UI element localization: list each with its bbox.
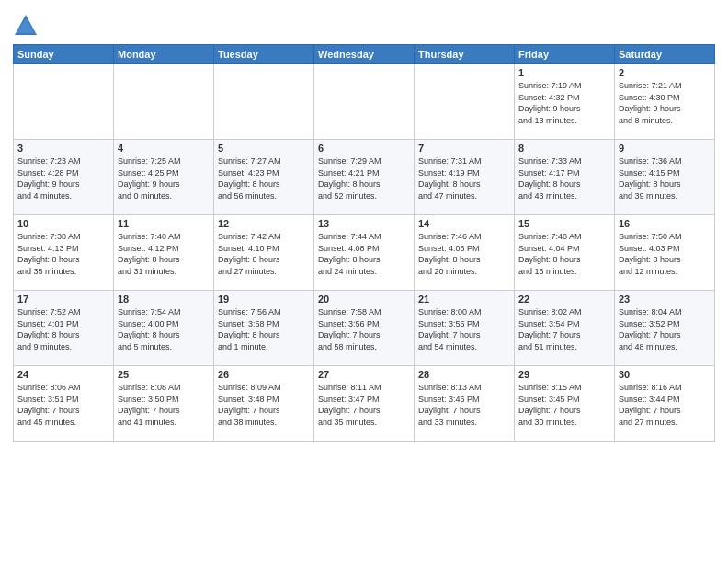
calendar-header-row: SundayMondayTuesdayWednesdayThursdayFrid… bbox=[14, 45, 715, 64]
calendar-cell: 4Sunrise: 7:25 AM Sunset: 4:25 PM Daylig… bbox=[114, 140, 214, 215]
day-info: Sunrise: 7:54 AM Sunset: 4:00 PM Dayligh… bbox=[118, 307, 181, 351]
day-info: Sunrise: 7:21 AM Sunset: 4:30 PM Dayligh… bbox=[619, 81, 682, 125]
calendar-cell: 25Sunrise: 8:08 AM Sunset: 3:50 PM Dayli… bbox=[114, 366, 214, 442]
day-number: 9 bbox=[619, 143, 711, 154]
day-number: 16 bbox=[619, 218, 711, 229]
day-number: 14 bbox=[418, 218, 510, 229]
calendar-cell: 29Sunrise: 8:15 AM Sunset: 3:45 PM Dayli… bbox=[515, 366, 615, 442]
day-info: Sunrise: 7:36 AM Sunset: 4:15 PM Dayligh… bbox=[619, 156, 682, 201]
day-number: 25 bbox=[118, 369, 210, 380]
calendar-cell bbox=[14, 64, 114, 140]
calendar-table: SundayMondayTuesdayWednesdayThursdayFrid… bbox=[13, 44, 715, 442]
day-number: 5 bbox=[218, 143, 310, 154]
page: SundayMondayTuesdayWednesdayThursdayFrid… bbox=[0, 0, 728, 563]
calendar-week-row: 10Sunrise: 7:38 AM Sunset: 4:13 PM Dayli… bbox=[14, 215, 715, 291]
day-number: 10 bbox=[17, 218, 109, 229]
calendar-week-row: 1Sunrise: 7:19 AM Sunset: 4:32 PM Daylig… bbox=[14, 64, 715, 140]
day-info: Sunrise: 7:50 AM Sunset: 4:03 PM Dayligh… bbox=[619, 232, 682, 276]
day-info: Sunrise: 7:33 AM Sunset: 4:17 PM Dayligh… bbox=[518, 156, 582, 201]
calendar-cell: 20Sunrise: 7:58 AM Sunset: 3:56 PM Dayli… bbox=[314, 291, 415, 366]
day-number: 2 bbox=[619, 67, 711, 78]
day-info: Sunrise: 8:16 AM Sunset: 3:44 PM Dayligh… bbox=[619, 383, 682, 427]
calendar-cell: 17Sunrise: 7:52 AM Sunset: 4:01 PM Dayli… bbox=[14, 291, 114, 366]
day-info: Sunrise: 8:09 AM Sunset: 3:48 PM Dayligh… bbox=[218, 383, 281, 427]
calendar-cell: 16Sunrise: 7:50 AM Sunset: 4:03 PM Dayli… bbox=[615, 215, 715, 291]
weekday-header: Saturday bbox=[615, 45, 715, 64]
day-number: 20 bbox=[318, 293, 410, 304]
day-number: 12 bbox=[218, 218, 310, 229]
day-info: Sunrise: 7:52 AM Sunset: 4:01 PM Dayligh… bbox=[17, 307, 81, 351]
logo-icon bbox=[13, 13, 39, 39]
day-number: 11 bbox=[118, 218, 210, 229]
day-info: Sunrise: 7:27 AM Sunset: 4:23 PM Dayligh… bbox=[218, 156, 281, 201]
calendar-week-row: 24Sunrise: 8:06 AM Sunset: 3:51 PM Dayli… bbox=[14, 366, 715, 442]
calendar-cell: 10Sunrise: 7:38 AM Sunset: 4:13 PM Dayli… bbox=[14, 215, 114, 291]
calendar-cell: 28Sunrise: 8:13 AM Sunset: 3:46 PM Dayli… bbox=[415, 366, 515, 442]
day-number: 6 bbox=[318, 143, 410, 154]
calendar-cell: 22Sunrise: 8:02 AM Sunset: 3:54 PM Dayli… bbox=[515, 291, 615, 366]
day-info: Sunrise: 7:48 AM Sunset: 4:04 PM Dayligh… bbox=[518, 232, 582, 276]
calendar-week-row: 3Sunrise: 7:23 AM Sunset: 4:28 PM Daylig… bbox=[14, 140, 715, 215]
day-number: 27 bbox=[318, 369, 410, 380]
calendar-cell: 13Sunrise: 7:44 AM Sunset: 4:08 PM Dayli… bbox=[314, 215, 415, 291]
day-info: Sunrise: 7:46 AM Sunset: 4:06 PM Dayligh… bbox=[418, 232, 482, 276]
calendar-cell: 19Sunrise: 7:56 AM Sunset: 3:58 PM Dayli… bbox=[214, 291, 314, 366]
calendar-cell: 14Sunrise: 7:46 AM Sunset: 4:06 PM Dayli… bbox=[415, 215, 515, 291]
calendar-cell: 30Sunrise: 8:16 AM Sunset: 3:44 PM Dayli… bbox=[615, 366, 715, 442]
day-number: 29 bbox=[518, 369, 610, 380]
calendar-cell: 6Sunrise: 7:29 AM Sunset: 4:21 PM Daylig… bbox=[314, 140, 415, 215]
day-info: Sunrise: 8:00 AM Sunset: 3:55 PM Dayligh… bbox=[418, 307, 482, 351]
header bbox=[13, 9, 715, 39]
calendar-cell: 1Sunrise: 7:19 AM Sunset: 4:32 PM Daylig… bbox=[515, 64, 615, 140]
svg-marker-1 bbox=[17, 18, 35, 33]
calendar-cell bbox=[214, 64, 314, 140]
day-info: Sunrise: 7:29 AM Sunset: 4:21 PM Dayligh… bbox=[318, 156, 381, 201]
day-info: Sunrise: 8:04 AM Sunset: 3:52 PM Dayligh… bbox=[619, 307, 682, 351]
day-number: 7 bbox=[418, 143, 510, 154]
day-info: Sunrise: 7:23 AM Sunset: 4:28 PM Dayligh… bbox=[17, 156, 81, 201]
day-info: Sunrise: 8:15 AM Sunset: 3:45 PM Dayligh… bbox=[518, 383, 582, 427]
day-number: 21 bbox=[418, 293, 510, 304]
calendar-cell: 12Sunrise: 7:42 AM Sunset: 4:10 PM Dayli… bbox=[214, 215, 314, 291]
day-number: 4 bbox=[118, 143, 210, 154]
weekday-header: Tuesday bbox=[214, 45, 314, 64]
calendar-cell bbox=[114, 64, 214, 140]
calendar-cell: 15Sunrise: 7:48 AM Sunset: 4:04 PM Dayli… bbox=[515, 215, 615, 291]
logo bbox=[13, 13, 42, 39]
calendar-cell: 24Sunrise: 8:06 AM Sunset: 3:51 PM Dayli… bbox=[14, 366, 114, 442]
weekday-header: Friday bbox=[515, 45, 615, 64]
day-info: Sunrise: 7:25 AM Sunset: 4:25 PM Dayligh… bbox=[118, 156, 181, 201]
day-info: Sunrise: 7:42 AM Sunset: 4:10 PM Dayligh… bbox=[218, 232, 281, 276]
day-number: 8 bbox=[518, 143, 610, 154]
day-number: 15 bbox=[518, 218, 610, 229]
day-number: 18 bbox=[118, 293, 210, 304]
day-info: Sunrise: 7:58 AM Sunset: 3:56 PM Dayligh… bbox=[318, 307, 381, 351]
calendar-cell: 3Sunrise: 7:23 AM Sunset: 4:28 PM Daylig… bbox=[14, 140, 114, 215]
day-number: 28 bbox=[418, 369, 510, 380]
calendar-cell: 2Sunrise: 7:21 AM Sunset: 4:30 PM Daylig… bbox=[615, 64, 715, 140]
calendar-cell: 5Sunrise: 7:27 AM Sunset: 4:23 PM Daylig… bbox=[214, 140, 314, 215]
weekday-header: Monday bbox=[114, 45, 214, 64]
day-number: 13 bbox=[318, 218, 410, 229]
day-info: Sunrise: 7:31 AM Sunset: 4:19 PM Dayligh… bbox=[418, 156, 482, 201]
calendar-cell bbox=[314, 64, 415, 140]
day-info: Sunrise: 7:38 AM Sunset: 4:13 PM Dayligh… bbox=[17, 232, 81, 276]
calendar-cell: 9Sunrise: 7:36 AM Sunset: 4:15 PM Daylig… bbox=[615, 140, 715, 215]
day-number: 1 bbox=[518, 67, 610, 78]
calendar-cell: 23Sunrise: 8:04 AM Sunset: 3:52 PM Dayli… bbox=[615, 291, 715, 366]
weekday-header: Wednesday bbox=[314, 45, 415, 64]
day-number: 3 bbox=[17, 143, 109, 154]
calendar-cell: 7Sunrise: 7:31 AM Sunset: 4:19 PM Daylig… bbox=[415, 140, 515, 215]
calendar-cell: 27Sunrise: 8:11 AM Sunset: 3:47 PM Dayli… bbox=[314, 366, 415, 442]
calendar-cell: 11Sunrise: 7:40 AM Sunset: 4:12 PM Dayli… bbox=[114, 215, 214, 291]
day-info: Sunrise: 8:02 AM Sunset: 3:54 PM Dayligh… bbox=[518, 307, 582, 351]
calendar-cell: 26Sunrise: 8:09 AM Sunset: 3:48 PM Dayli… bbox=[214, 366, 314, 442]
day-info: Sunrise: 7:44 AM Sunset: 4:08 PM Dayligh… bbox=[318, 232, 381, 276]
day-number: 22 bbox=[518, 293, 610, 304]
day-number: 19 bbox=[218, 293, 310, 304]
day-info: Sunrise: 8:06 AM Sunset: 3:51 PM Dayligh… bbox=[17, 383, 81, 427]
day-info: Sunrise: 7:56 AM Sunset: 3:58 PM Dayligh… bbox=[218, 307, 281, 351]
day-number: 24 bbox=[17, 369, 109, 380]
day-number: 17 bbox=[17, 293, 109, 304]
day-info: Sunrise: 8:11 AM Sunset: 3:47 PM Dayligh… bbox=[318, 383, 381, 427]
